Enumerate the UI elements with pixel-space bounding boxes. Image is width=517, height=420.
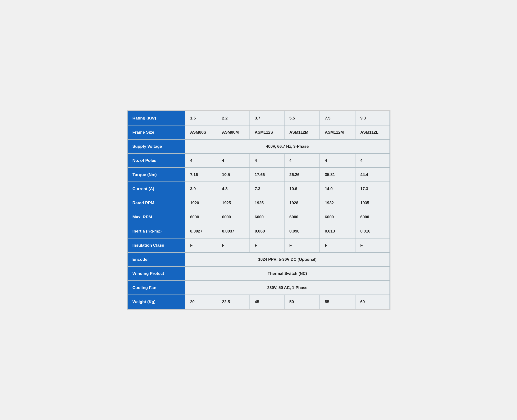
row-value: 22.5 [217, 295, 250, 309]
row-value: 1925 [250, 196, 285, 210]
row-value: F [250, 238, 285, 252]
row-value: 7.5 [320, 111, 355, 125]
row-value: 7.3 [250, 182, 285, 196]
row-label: Max. RPM [128, 210, 185, 224]
row-span-value: 1024 PPR, 5-30V DC (Optional) [185, 252, 389, 267]
row-value: 0.0037 [217, 224, 250, 238]
row-label: No. of Poles [128, 153, 185, 168]
row-value: 4 [320, 153, 355, 168]
row-value: 0.0027 [185, 224, 217, 238]
table-row: Supply Voltage400V, 66.7 Hz, 3-Phase [128, 139, 390, 153]
row-value: 4 [217, 153, 250, 168]
row-value: F [355, 238, 389, 252]
row-value: ASM112M [320, 125, 355, 139]
row-value: 17.3 [355, 182, 389, 196]
row-label: Weight (Kg) [128, 295, 185, 309]
row-value: 1932 [320, 196, 355, 210]
row-value: ASM80M [217, 125, 250, 139]
row-value: 4 [355, 153, 389, 168]
row-value: 6000 [185, 210, 217, 224]
row-value: 26.26 [284, 168, 320, 182]
row-label: Rating (KW) [128, 111, 185, 125]
row-value: 14.0 [320, 182, 355, 196]
row-value: 2.2 [217, 111, 250, 125]
table-row: Max. RPM600060006000600060006000 [128, 210, 390, 224]
row-value: F [284, 238, 320, 252]
row-value: 1928 [284, 196, 320, 210]
row-value: 5.5 [284, 111, 320, 125]
row-label: Winding Protect [128, 267, 185, 281]
row-value: 0.016 [355, 224, 389, 238]
row-value: 1.5 [185, 111, 217, 125]
row-value: 10.5 [217, 168, 250, 182]
table-row: Torque (Nm)7.1610.517.6626.2635.8144.4 [128, 168, 390, 182]
row-value: 3.0 [185, 182, 217, 196]
row-label: Rated RPM [128, 196, 185, 210]
row-value: 50 [284, 295, 320, 309]
row-value: 6000 [217, 210, 250, 224]
row-value: 10.6 [284, 182, 320, 196]
row-label: Supply Voltage [128, 139, 185, 153]
table-row: Insulation ClassFFFFFF [128, 238, 390, 252]
row-value: 17.66 [250, 168, 285, 182]
row-label: Current (A) [128, 182, 185, 196]
row-value: 20 [185, 295, 217, 309]
row-value: 55 [320, 295, 355, 309]
table-row: Weight (Kg)2022.545505560 [128, 295, 390, 309]
row-value: 1920 [185, 196, 217, 210]
row-value: ASM112S [250, 125, 285, 139]
row-span-value: 230V, 50 AC, 1-Phase [185, 281, 389, 295]
row-value: 6000 [320, 210, 355, 224]
row-label: Cooling Fan [128, 281, 185, 295]
row-value: F [185, 238, 217, 252]
row-label: Insulation Class [128, 238, 185, 252]
row-value: 1935 [355, 196, 389, 210]
table-row: No. of Poles444444 [128, 153, 390, 168]
row-value: 1925 [217, 196, 250, 210]
table-row: Frame SizeASM80SASM80MASM112SASM112MASM1… [128, 125, 390, 139]
table-row: Inertia (Kg-m2)0.00270.00370.0680.0980.0… [128, 224, 390, 238]
row-label: Inertia (Kg-m2) [128, 224, 185, 238]
row-value: ASM112L [355, 125, 389, 139]
table-row: Encoder1024 PPR, 5-30V DC (Optional) [128, 252, 390, 267]
spec-table: Rating (KW)1.52.23.75.57.59.3Frame SizeA… [127, 110, 390, 310]
row-value: 45 [250, 295, 285, 309]
table-row: Winding ProtectThermal Switch (NC) [128, 267, 390, 281]
table-row: Cooling Fan230V, 50 AC, 1-Phase [128, 281, 390, 295]
row-value: 44.4 [355, 168, 389, 182]
row-value: 0.013 [320, 224, 355, 238]
row-value: 3.7 [250, 111, 285, 125]
row-span-value: Thermal Switch (NC) [185, 267, 389, 281]
row-label: Torque (Nm) [128, 168, 185, 182]
table-row: Rating (KW)1.52.23.75.57.59.3 [128, 111, 390, 125]
row-value: 6000 [355, 210, 389, 224]
row-label: Frame Size [128, 125, 185, 139]
table-row: Rated RPM192019251925192819321935 [128, 196, 390, 210]
row-value: 0.068 [250, 224, 285, 238]
row-value: ASM80S [185, 125, 217, 139]
row-value: ASM112M [284, 125, 320, 139]
row-value: 4 [185, 153, 217, 168]
row-label: Encoder [128, 252, 185, 267]
row-value: 6000 [250, 210, 285, 224]
table-row: Current (A)3.04.37.310.614.017.3 [128, 182, 390, 196]
row-value: 0.098 [284, 224, 320, 238]
row-value: 4.3 [217, 182, 250, 196]
row-value: 7.16 [185, 168, 217, 182]
row-value: 6000 [284, 210, 320, 224]
row-value: 4 [284, 153, 320, 168]
row-span-value: 400V, 66.7 Hz, 3-Phase [185, 139, 389, 153]
row-value: 4 [250, 153, 285, 168]
row-value: 9.3 [355, 111, 389, 125]
row-value: 35.81 [320, 168, 355, 182]
row-value: F [320, 238, 355, 252]
row-value: F [217, 238, 250, 252]
row-value: 60 [355, 295, 389, 309]
